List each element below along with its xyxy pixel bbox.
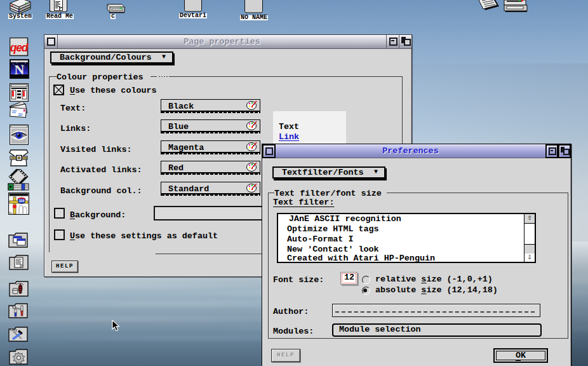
svg-text:320: 320 xyxy=(19,199,25,203)
svg-text:N: N xyxy=(15,62,25,78)
svg-text:qed: qed xyxy=(10,41,29,54)
